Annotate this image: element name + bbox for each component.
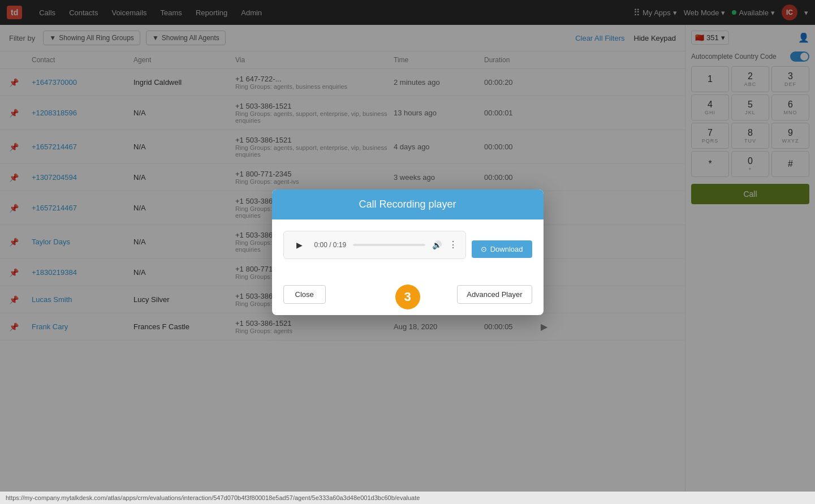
modal-body: ▶ 0:00 / 0:19 🔊 ⋮ ⊙ Download	[272, 219, 544, 279]
modal-overlay: Call Recording player ▶ 0:00 / 0:19 🔊 ⋮ …	[0, 0, 815, 504]
status-url: https://my-company.mytalkdesk.com/atlas/…	[6, 494, 420, 501]
modal-header: Call Recording player	[272, 189, 544, 219]
modal-title: Call Recording player	[359, 199, 456, 210]
close-modal-button[interactable]: Close	[283, 285, 326, 304]
advanced-player-button[interactable]: Advanced Player	[457, 285, 532, 304]
more-options-icon[interactable]: ⋮	[449, 239, 458, 250]
audio-player: ▶ 0:00 / 0:19 🔊 ⋮	[283, 231, 466, 259]
step-badge: 3	[395, 285, 420, 309]
download-button[interactable]: ⊙ Download	[472, 240, 532, 258]
status-bar: https://my-company.mytalkdesk.com/atlas/…	[0, 492, 815, 504]
download-icon: ⊙	[481, 245, 487, 253]
audio-progress-bar[interactable]	[353, 244, 425, 246]
modal-footer: Close 3 Advanced Player	[272, 279, 544, 315]
recording-player-modal: Call Recording player ▶ 0:00 / 0:19 🔊 ⋮ …	[272, 189, 544, 315]
audio-play-button[interactable]: ▶	[292, 237, 308, 253]
audio-time-display: 0:00 / 0:19	[314, 241, 347, 249]
volume-icon[interactable]: 🔊	[432, 240, 442, 249]
